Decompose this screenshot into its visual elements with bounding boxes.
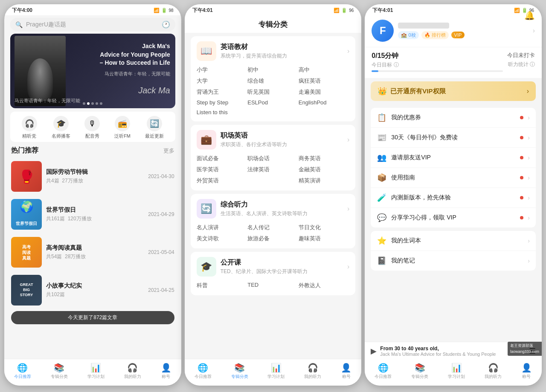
tag-zoubian[interactable]: 走遍美国 <box>299 87 350 97</box>
mini-title: From 30 to 40 years old, <box>380 346 526 352</box>
fm-icon: 📻 <box>115 116 130 131</box>
tag-eslpod[interactable]: ESLPod <box>247 98 299 107</box>
tag-jingying[interactable]: 精英演讲 <box>299 176 350 185</box>
tag-fengkuang[interactable]: 疯狂英语 <box>299 76 350 86</box>
tag-englishpod[interactable]: EnglishPod <box>299 98 350 107</box>
tag-listentothis[interactable]: Listen to this <box>197 108 350 116</box>
nav-plan-2[interactable]: 📊 学习计划 <box>267 363 285 380</box>
tag-mingren2[interactable]: 名人传记 <box>247 223 299 232</box>
more-link[interactable]: 更多 <box>163 147 174 155</box>
vip-banner[interactable]: 👑 已开通所有VIP权限 › <box>371 81 536 101</box>
tag-zhichang[interactable]: 职场会话 <box>247 154 299 163</box>
listen-icon-3: 🎧 <box>488 363 499 373</box>
tag-daxue[interactable]: 大学 <box>197 76 248 86</box>
menu-notes[interactable]: 📓 我的笔记 › <box>371 251 536 271</box>
tag-waimao[interactable]: 外贸英语 <box>197 176 248 185</box>
nav-category-1[interactable]: 📚 专辑分类 <box>51 363 68 380</box>
tag-waijiao[interactable]: 外教达人 <box>299 281 350 290</box>
listening-stats[interactable]: 听力统计 ⓘ <box>507 61 535 68</box>
nav-profile-3[interactable]: 👤 称号 <box>521 363 532 380</box>
nav-listen-2[interactable]: 🎧 我的听力 <box>304 363 321 380</box>
nav-profile-1[interactable]: 👤 称号 <box>161 363 171 380</box>
tag-shangwu[interactable]: 商务英语 <box>299 154 350 163</box>
tag-tingjian[interactable]: 听见英国 <box>247 87 299 97</box>
tag-gaozhong[interactable]: 高中 <box>299 65 350 75</box>
invite-text: 邀请朋友送VIP <box>391 154 516 161</box>
menu-guide[interactable]: 📦 使用指南 › <box>371 168 536 188</box>
nav-plan-3[interactable]: 📊 学习计划 <box>448 363 465 380</box>
phone-3: 下午4:01 📶 🔋 96 F 🏫 0校 🔥 排行榜 VIP › 🔔 <box>365 4 542 386</box>
nav-listen-3[interactable]: 🎧 我的听力 <box>485 363 502 380</box>
battery-2: 96 <box>349 8 354 13</box>
search-bar[interactable]: 🔍 PragerU趣话题 🕐 <box>10 18 175 31</box>
stats-row: 0/15分钟 今日目标 ⓘ 今日未打卡 听力统计 ⓘ <box>365 47 542 78</box>
tag-chuzhong[interactable]: 初中 <box>247 65 299 75</box>
cat-header-2[interactable]: 💼 职场英语 求职英语、各行业术语等听力 › <box>197 130 350 150</box>
tag-ted[interactable]: TED <box>247 281 299 290</box>
tag-mianshi[interactable]: 面试必备 <box>197 154 248 163</box>
bell-icon[interactable]: 🔔 <box>524 10 535 20</box>
nav-category-2[interactable]: 📚 专辑分类 <box>231 363 248 380</box>
list-item-4[interactable]: GREATBIGSTORY 小故事大纪实 共102篇 2021-04-25 <box>4 271 181 309</box>
status-icons-1: 📶 🔋 98 <box>154 8 174 13</box>
menu-coupons[interactable]: 📋 我的优惠券 › <box>371 108 536 128</box>
title-3: 高考阅读真题 <box>46 244 144 252</box>
nav-plan-1[interactable]: 📊 学习计划 <box>87 363 105 380</box>
tag-quwei[interactable]: 趣味英语 <box>299 234 350 243</box>
nav-today-1[interactable]: 🌐 今日推荐 <box>14 363 31 380</box>
menu-beta[interactable]: 🧪 内测新版本，抢先体验 › <box>371 188 536 208</box>
menu-vocab[interactable]: ⭐ 我的生词本 › <box>371 231 536 251</box>
tag-zonghe[interactable]: 综合雄 <box>247 76 299 86</box>
tag-meiwen[interactable]: 美文诗歌 <box>197 234 248 243</box>
play-icon[interactable]: ▶ <box>371 346 377 356</box>
profile-arrow[interactable]: › <box>533 27 535 35</box>
status-bar-2: 下午4:01 📶 🔋 96 <box>185 4 362 15</box>
tag-yixue[interactable]: 医学英语 <box>197 165 248 174</box>
tag-beisong[interactable]: 背诵为王 <box>197 87 248 97</box>
search-icon: 🔍 <box>15 21 23 28</box>
vip-text: 已开通所有VIP权限 <box>390 87 523 95</box>
nav-category-3[interactable]: 📚 专辑分类 <box>411 363 428 380</box>
list-item-2[interactable]: 🌍世界节假日 世界节假日 共161篇 120万播放 2021-04-29 <box>4 196 181 233</box>
cat-info-1: 英语教材 系统学习，提升英语综合能力 <box>221 43 347 60</box>
fm-label: 泛听FM <box>114 133 131 139</box>
cat-icon-3: 🔄 <box>197 199 216 219</box>
tag-xiaoxue[interactable]: 小学 <box>197 65 248 75</box>
nav-today-3[interactable]: 🌐 今日推荐 <box>375 363 392 380</box>
list-item-1[interactable]: 🥊 国际劳动节特辑 共4篇 27万播放 2021-04-30 <box>4 158 181 196</box>
mingshi-icon: 🎓 <box>53 116 69 131</box>
tag-jieri[interactable]: 节日文化 <box>299 223 350 232</box>
nav-recent[interactable]: 🔄 最近更新 <box>145 116 164 139</box>
today-icon-2: 🌐 <box>197 363 208 373</box>
list-item-3[interactable]: 高考阅读真题 高考阅读真题 共54篇 28万播放 2021-05-04 <box>4 233 181 271</box>
info-2: 世界节假日 共161篇 120万播放 <box>46 206 144 222</box>
nav-peiyinxiu[interactable]: 🎙 配音秀 <box>84 116 100 139</box>
tag-mingren[interactable]: 名人演讲 <box>197 223 248 232</box>
invite-dot <box>520 156 523 159</box>
nav-jinting[interactable]: 🎧 精听党 <box>22 116 37 139</box>
checkin-text: 今日未打卡 <box>507 52 535 59</box>
thumb-2: 🌍世界节假日 <box>11 199 42 230</box>
tag-kepu[interactable]: 科普 <box>197 281 248 290</box>
nav-today-2[interactable]: 🌐 今日推荐 <box>195 363 212 380</box>
cat-header-1[interactable]: 📖 英语教材 系统学习，提升英语综合能力 › <box>197 41 350 61</box>
menu-share[interactable]: 💬 分享学习心得，领取 VIP › <box>371 208 536 228</box>
banner-person <box>15 36 66 106</box>
cat-header-3[interactable]: 🔄 综合听力 生活英语、名人演讲、英文诗歌等听力 › <box>197 199 350 219</box>
share-dot <box>520 216 523 219</box>
category-icon-1: 📚 <box>54 363 64 373</box>
nav-fm[interactable]: 📻 泛听FM <box>114 116 131 139</box>
nav-mingshi[interactable]: 🎓 名师播客 <box>52 116 70 139</box>
hero-banner[interactable]: Jack Ma'sAdvice for Young People– How to… <box>10 34 175 108</box>
tag-lvyou[interactable]: 旅游必备 <box>247 234 299 243</box>
wifi-icon: 🔋 <box>161 8 167 13</box>
cat-header-4[interactable]: 🎓 公开课 TED、纪录片、国际大学公开课等听力 › <box>197 257 350 277</box>
nav-profile-2[interactable]: 👤 称号 <box>341 363 351 380</box>
tag-falv[interactable]: 法律英语 <box>247 165 299 174</box>
menu-daily[interactable]: 📰 30天《每日外刊》免费读 › <box>371 128 536 148</box>
nav-listen-1[interactable]: 🎧 我的听力 <box>124 363 141 380</box>
tag-jinrong[interactable]: 金融英语 <box>299 165 350 174</box>
history-icon: 🕐 <box>162 20 170 29</box>
tag-stepbystep[interactable]: Step by Step <box>197 98 248 107</box>
menu-invite[interactable]: 👥 邀请朋友送VIP › <box>371 148 536 168</box>
